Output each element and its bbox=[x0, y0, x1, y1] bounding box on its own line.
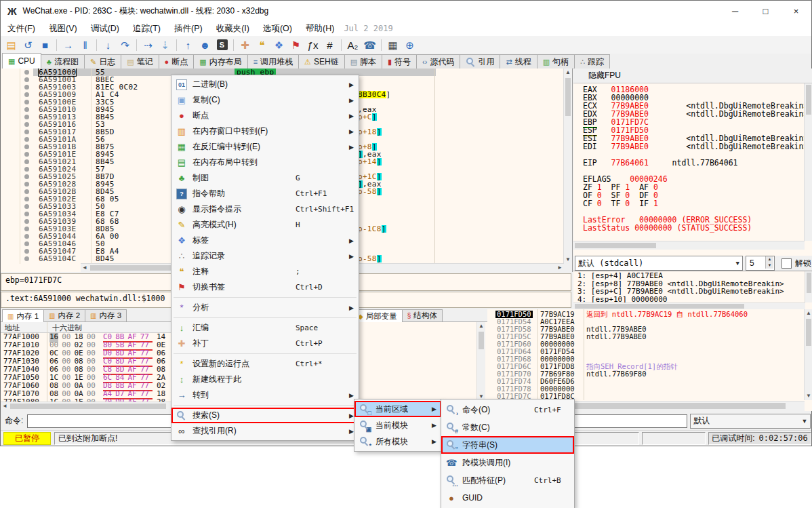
stack-row[interactable]: 0171FD7800000000 bbox=[487, 385, 805, 393]
tab-memory-2[interactable]: ▥内存 2 bbox=[43, 309, 85, 321]
register-line[interactable]: EIP 77B64061 ntdll.77B64061 bbox=[583, 159, 803, 167]
menubar-item-3[interactable]: 追踪(T) bbox=[126, 21, 167, 36]
menu-item-copy[interactable]: ▣复制(C)▶ bbox=[171, 92, 359, 108]
menubar-item-4[interactable]: 插件(P) bbox=[167, 21, 209, 36]
bookmarks-button[interactable]: ⚑ bbox=[287, 37, 304, 52]
breakpoint-dot-icon[interactable] bbox=[24, 115, 29, 119]
breakpoint-dot-icon[interactable] bbox=[24, 77, 29, 82]
disasm-vscrollbar[interactable]: ▲ ▼ bbox=[563, 69, 572, 264]
tab-memory-1[interactable]: ▥内存 1 bbox=[2, 309, 44, 322]
tab-memory-3[interactable]: ▥内存 3 bbox=[85, 309, 127, 321]
menubar-item-2[interactable]: 调试(D) bbox=[84, 21, 126, 36]
close-button[interactable]: × bbox=[781, 1, 811, 21]
menu-item-mnemonic-brief[interactable]: ◉显示指令提示Ctrl+Shift+F1 bbox=[171, 201, 359, 217]
command-script-select[interactable]: 默认 ▼ bbox=[690, 414, 811, 429]
submenu-item-current-region[interactable]: □当前区域▶ bbox=[354, 401, 441, 417]
breakpoint-dot-icon[interactable] bbox=[24, 92, 29, 97]
register-line[interactable]: CF 0 TF 0 IF 1 bbox=[583, 199, 803, 208]
menu-item-follow-disasm[interactable]: ▦在反汇编中转到(E)▶ bbox=[171, 139, 359, 155]
menubar-item-6[interactable]: 选项(O) bbox=[256, 21, 299, 36]
breakpoint-dot-icon[interactable] bbox=[24, 256, 29, 261]
arguments-vscrollbar[interactable] bbox=[805, 271, 812, 302]
restart-button[interactable]: ↺ bbox=[20, 37, 37, 52]
breakpoint-dot-icon[interactable] bbox=[24, 234, 29, 239]
breakpoint-dot-icon[interactable] bbox=[24, 100, 29, 104]
register-line[interactable]: LastStatus 00000000 (STATUS_SUCCESS) bbox=[583, 224, 803, 232]
breakpoint-dot-icon[interactable] bbox=[24, 137, 29, 142]
menu-item-instruction-help[interactable]: ?指令帮助Ctrl+F1 bbox=[171, 186, 359, 201]
locals-panel[interactable]: ◆ 局部变量 § 结构体 ▲ ▼ bbox=[352, 309, 488, 411]
run-button[interactable]: → bbox=[60, 37, 77, 52]
tab-locals[interactable]: ◆ 局部变量 bbox=[352, 309, 403, 322]
scroll-left-icon[interactable]: ◄ bbox=[81, 264, 89, 272]
tab-source[interactable]: ‹›源代码 bbox=[416, 54, 460, 69]
string-references-button[interactable]: # bbox=[321, 37, 338, 52]
hide-fpu-button[interactable]: 隐藏FPU bbox=[573, 69, 812, 83]
arguments-hscroll-thumb[interactable] bbox=[575, 304, 744, 309]
animate-into-button[interactable]: ⇣ bbox=[157, 37, 174, 52]
breakpoint-dot-icon[interactable] bbox=[24, 167, 29, 172]
functions-button[interactable]: ƒx bbox=[304, 37, 321, 52]
menubar-item-0[interactable]: 文件(F) bbox=[1, 21, 42, 36]
menubar-item-5[interactable]: 收藏夹(I) bbox=[209, 21, 256, 36]
calculator-button[interactable]: ▦ bbox=[384, 37, 401, 52]
menu-item-trace-record[interactable]: ∴追踪记录▶ bbox=[171, 248, 359, 264]
breakpoint-dot-icon[interactable] bbox=[24, 159, 29, 164]
open-file-button[interactable]: ▤ bbox=[3, 37, 20, 52]
submenu-item-guid[interactable]: ●GUID bbox=[441, 489, 574, 507]
breakpoint-dot-icon[interactable] bbox=[24, 85, 29, 90]
stack-vscrollbar[interactable]: ▲ ▼ bbox=[804, 309, 812, 400]
menu-item-comment[interactable]: ❝注释; bbox=[171, 264, 359, 279]
breakpoint-dot-icon[interactable] bbox=[24, 107, 29, 112]
breakpoint-dot-icon[interactable] bbox=[24, 219, 29, 224]
arguments-panel[interactable]: 1: [esp+4] A0C17EEA2: [esp+8] 77B9ABE0 <… bbox=[573, 271, 812, 310]
menu-item-assemble[interactable]: ↓汇编Space bbox=[171, 320, 359, 336]
breakpoint-dot-icon[interactable] bbox=[24, 249, 29, 254]
scroll-down-icon[interactable]: ▼ bbox=[805, 392, 812, 400]
breakpoint-dot-icon[interactable] bbox=[24, 227, 29, 231]
calling-convention-select[interactable]: 默认 (stdcall) ▼ bbox=[575, 256, 743, 271]
scroll-right-icon[interactable]: ► bbox=[556, 264, 564, 272]
menubar-item-7[interactable]: 帮助(H) bbox=[299, 21, 341, 36]
breakpoint-dot-icon[interactable] bbox=[24, 174, 29, 179]
tab-cpu[interactable]: ▦CPU bbox=[2, 53, 41, 69]
submenu-item-command[interactable]: ›命令(O)Ctrl+F bbox=[441, 401, 574, 418]
stop-button[interactable]: ■ bbox=[37, 37, 54, 52]
menubar-item-1[interactable]: 视图(V) bbox=[42, 21, 84, 36]
stack-row[interactable]: 0171FD640171FD54 bbox=[487, 348, 805, 355]
stepper-up-icon[interactable]: ▲ bbox=[765, 256, 773, 262]
menu-item-patch[interactable]: ✚补丁Ctrl+P bbox=[171, 336, 359, 351]
submenu-item-all-modules[interactable]: *所有模块▶ bbox=[354, 433, 441, 450]
submenu-item-constant[interactable]: #常数(C) bbox=[441, 418, 574, 436]
pause-button[interactable]: ‖ bbox=[77, 37, 94, 52]
menu-item-follow-memmap[interactable]: ▤在内存布局中转到 bbox=[171, 155, 359, 170]
disasm-vscroll-thumb[interactable] bbox=[565, 78, 571, 116]
menu-item-search[interactable]: 搜索(S)▶ bbox=[171, 408, 359, 423]
tab-symbols[interactable]: ▮符号 bbox=[382, 54, 417, 69]
execute-till-return-button[interactable]: ↑ bbox=[180, 37, 197, 52]
tab-log[interactable]: ✎日志 bbox=[84, 54, 121, 69]
scroll-left-icon[interactable]: ◄ bbox=[1, 402, 9, 410]
menu-item-find-references[interactable]: ∞查找引用(R)▶ bbox=[171, 423, 359, 439]
menu-item-analysis[interactable]: *分析▶ bbox=[171, 300, 359, 315]
breakpoint-dot-icon[interactable] bbox=[24, 204, 29, 209]
breakpoint-dot-icon[interactable] bbox=[24, 70, 29, 75]
tab-threads[interactable]: ⇄线程 bbox=[500, 54, 537, 69]
run-to-user-code-button[interactable]: ☻ bbox=[197, 37, 214, 52]
step-over-button[interactable]: ↷ bbox=[117, 37, 134, 52]
scroll-up-icon[interactable]: ▲ bbox=[564, 69, 572, 77]
submenu-item-current-module[interactable]: ▣当前模块▶ bbox=[354, 417, 441, 433]
stack-row[interactable]: 0171FD5C77B9ABE0ntdll.77B9ABE0 bbox=[487, 333, 805, 340]
menu-item-highlighting-mode[interactable]: ✎高亮模式(H)H bbox=[171, 217, 359, 233]
stack-row[interactable]: 0171FD6000000000 bbox=[487, 340, 805, 348]
registers-panel[interactable]: 隐藏FPU EAX 01186000EBX 00000000ECX 77B9AB… bbox=[573, 69, 812, 271]
breakpoint-dot-icon[interactable] bbox=[24, 189, 29, 194]
breakpoint-dot-icon[interactable] bbox=[24, 241, 29, 246]
register-line[interactable]: EDI 77B9ABE0 <ntdll.DbgUiRemoteBreakin> bbox=[583, 142, 803, 151]
minimize-button[interactable]: ─ bbox=[720, 1, 750, 21]
breakpoint-dot-icon[interactable] bbox=[24, 152, 29, 157]
registers-hscroll-thumb[interactable] bbox=[575, 243, 656, 248]
comments-button[interactable]: ❝ bbox=[253, 37, 270, 52]
breakpoint-dot-icon[interactable] bbox=[24, 197, 29, 201]
settings-globe-button[interactable]: ⊕ bbox=[401, 37, 418, 52]
